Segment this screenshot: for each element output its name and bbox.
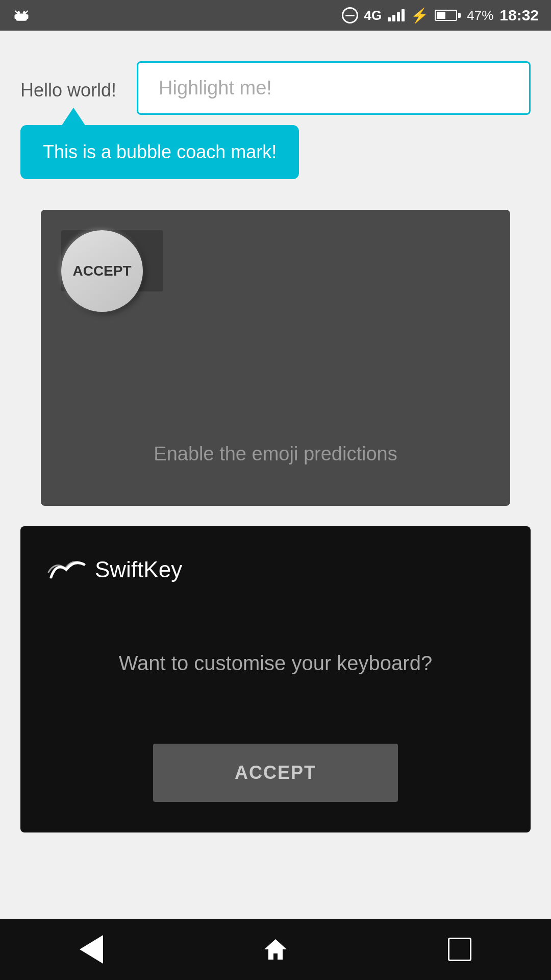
emoji-description: Enable the emoji predictions [41,443,510,465]
bubble-coach-mark: This is a bubble coach mark! [20,125,299,179]
clock: 18:32 [499,7,539,24]
svg-line-4 [25,11,28,13]
battery-level: 47% [467,8,493,23]
status-bar-right: 4G ⚡ 47% 18:32 [342,7,539,24]
swiftkey-card: SwiftKey Want to customise your keyboard… [20,526,531,832]
highlight-placeholder: Highlight me! [159,77,272,99]
swiftkey-accept-button[interactable]: ACCEPT [153,744,398,802]
svg-rect-5 [15,14,17,19]
home-icon [262,936,289,963]
emoji-card-wrapper: ACCEPT Enable the emoji predictions [20,210,531,506]
swiftkey-logo-icon [46,557,87,582]
accept-circle[interactable]: ACCEPT [61,230,143,312]
network-label: 4G [364,8,382,23]
svg-marker-7 [264,939,287,960]
customize-text: Want to customise your keyboard? [119,652,432,674]
svg-line-3 [15,11,17,13]
status-bar-left [12,6,31,24]
back-button[interactable] [80,935,103,964]
charging-icon: ⚡ [411,7,429,24]
emoji-description-text: Enable the emoji predictions [154,443,397,464]
do-not-disturb-icon [342,7,358,23]
svg-rect-6 [26,14,29,19]
bubble-coach-text: This is a bubble coach mark! [43,141,277,162]
emoji-card: ACCEPT Enable the emoji predictions [41,210,510,506]
main-content: Hello world! Highlight me! This is a bub… [0,31,551,179]
bubble-arrow [61,108,86,126]
home-button[interactable] [262,936,289,963]
swiftkey-logo-text: SwiftKey [95,557,182,582]
swiftkey-logo: SwiftKey [46,557,182,582]
recents-icon [448,938,471,961]
signal-icon [388,9,405,21]
customize-text-container: Want to customise your keyboard? [46,652,505,675]
accept-circle-label: ACCEPT [72,263,131,279]
back-icon [80,935,103,964]
bubble-coach-container: This is a bubble coach mark! [20,125,531,179]
hello-text: Hello world! [20,61,116,101]
svg-rect-2 [16,13,27,20]
android-icon [12,6,31,24]
battery-icon [435,10,461,21]
accept-circle-button[interactable]: ACCEPT [61,230,143,312]
status-bar: 4G ⚡ 47% 18:32 [0,0,551,31]
recents-button[interactable] [448,938,471,961]
highlight-input[interactable]: Highlight me! [137,61,531,115]
top-section: Hello world! Highlight me! [20,51,531,115]
nav-bar [0,919,551,980]
